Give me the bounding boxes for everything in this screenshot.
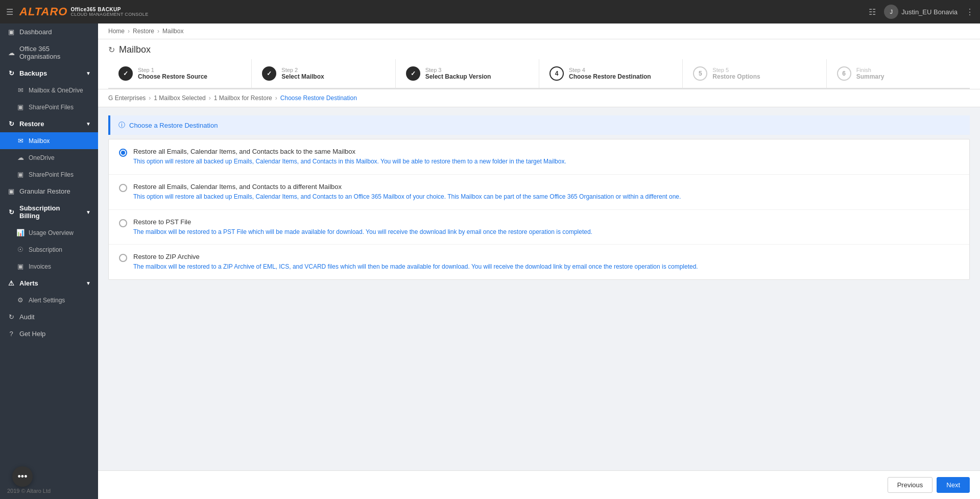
sidebar-item-office365[interactable]: ☁ Office 365 Organisations bbox=[0, 40, 98, 65]
sidebar-item-dashboard[interactable]: ▣ Dashboard bbox=[0, 23, 98, 40]
mailbox-onedrive-icon: ✉ bbox=[16, 86, 25, 94]
steps-bar: ✓ Step 1 Choose Restore Source ✓ Step 2 … bbox=[108, 59, 970, 89]
step-1-name: Choose Restore Source bbox=[138, 73, 207, 80]
option-different-mailbox-title: Restore all Emails, Calendar Items, and … bbox=[133, 183, 681, 191]
logo-office365: Office365 BACKUP bbox=[70, 7, 148, 12]
sidebar-item-onedrive[interactable]: ☁ OneDrive bbox=[0, 149, 98, 166]
sub-crumb-org: G Enterprises bbox=[108, 94, 146, 102]
sub-sep-1: › bbox=[149, 94, 151, 102]
option-different-mailbox-desc: This option will restore all backed up E… bbox=[133, 193, 681, 201]
breadcrumb-home[interactable]: Home bbox=[108, 28, 125, 35]
option-different-mailbox[interactable]: Restore all Emails, Calendar Items, and … bbox=[109, 175, 969, 210]
invoices-icon: ▣ bbox=[16, 263, 25, 270]
sidebar-item-mailbox[interactable]: ✉ Mailbox bbox=[0, 132, 98, 149]
sidebar-label-mailbox: Mailbox bbox=[29, 137, 50, 145]
logo-sub: Office365 BACKUP CLOUD MANAGEMENT CONSOL… bbox=[70, 7, 148, 17]
chat-bubble[interactable]: ••• bbox=[12, 466, 33, 487]
sidebar-item-usage-overview[interactable]: 📊 Usage Overview bbox=[0, 224, 98, 241]
sidebar-label-invoices: Invoices bbox=[29, 263, 51, 270]
hamburger-icon[interactable]: ☰ bbox=[6, 7, 13, 17]
backups-chevron-icon: ▼ bbox=[86, 70, 91, 76]
sharepoint-backup-icon: ▣ bbox=[16, 103, 25, 111]
apps-grid-icon[interactable]: ⋮ bbox=[966, 7, 974, 17]
page-title: Mailbox bbox=[119, 44, 151, 55]
sidebar-item-restore[interactable]: ↻ Restore ▼ bbox=[0, 115, 98, 132]
sidebar-footer: 2019 © Altaro Ltd bbox=[0, 483, 98, 499]
user-name: Justin_EU Bonavia bbox=[901, 8, 958, 16]
step-2-circle: ✓ bbox=[262, 66, 276, 81]
notifications-icon[interactable]: ☷ bbox=[869, 7, 876, 17]
radio-pst-file[interactable] bbox=[119, 219, 127, 227]
option-pst-file-title: Restore to PST File bbox=[133, 218, 592, 226]
info-icon: ⓘ bbox=[118, 121, 125, 130]
sidebar-label-sharepoint-restore: SharePoint Files bbox=[29, 171, 74, 178]
header-left: ☰ ALTARO Office365 BACKUP CLOUD MANAGEME… bbox=[6, 5, 148, 18]
mailbox-restore-icon: ✉ bbox=[16, 137, 25, 145]
step-3-name: Select Backup Version bbox=[425, 73, 491, 80]
logo-area: ALTARO Office365 BACKUP CLOUD MANAGEMENT… bbox=[19, 5, 148, 18]
step-3-text: Step 3 Select Backup Version bbox=[425, 67, 491, 80]
next-button[interactable]: Next bbox=[937, 477, 970, 493]
breadcrumb-mailbox: Mailbox bbox=[162, 28, 183, 35]
sidebar-item-sharepoint-backup[interactable]: ▣ SharePoint Files bbox=[0, 99, 98, 115]
audit-icon: ↻ bbox=[7, 313, 15, 321]
subscription-submenu: 📊 Usage Overview ☉ Subscription ▣ Invoic… bbox=[0, 224, 98, 275]
sidebar-item-get-help[interactable]: ? Get Help bbox=[0, 325, 98, 342]
back-icon[interactable]: ↻ bbox=[108, 45, 115, 55]
option-zip-archive-title: Restore to ZIP Archive bbox=[133, 253, 698, 260]
avatar: J bbox=[884, 5, 898, 19]
option-same-mailbox-content: Restore all Emails, Calendar Items, and … bbox=[133, 148, 566, 166]
option-different-mailbox-content: Restore all Emails, Calendar Items, and … bbox=[133, 183, 681, 201]
user-area[interactable]: J Justin_EU Bonavia bbox=[884, 5, 958, 19]
sidebar-item-mailbox-onedrive[interactable]: ✉ Mailbox & OneDrive bbox=[0, 82, 98, 99]
onedrive-icon: ☁ bbox=[16, 154, 25, 161]
page-title-row: ↻ Mailbox bbox=[108, 44, 970, 59]
previous-button[interactable]: Previous bbox=[888, 477, 933, 493]
sub-breadcrumb: G Enterprises › 1 Mailbox Selected › 1 M… bbox=[98, 89, 980, 107]
sidebar-item-alert-settings[interactable]: ⚙ Alert Settings bbox=[0, 292, 98, 308]
bottom-bar: Previous Next bbox=[98, 470, 980, 499]
sub-sep-2: › bbox=[209, 94, 211, 102]
step-5-name: Restore Options bbox=[712, 73, 760, 80]
option-same-mailbox[interactable]: Restore all Emails, Calendar Items, and … bbox=[109, 139, 969, 175]
step-2-name: Select Mailbox bbox=[281, 73, 324, 80]
section-header-text: Choose a Restore Destination bbox=[129, 122, 218, 129]
sidebar-item-subscription[interactable]: ☉ Subscription bbox=[0, 241, 98, 258]
subscription-billing-icon: ↻ bbox=[7, 208, 15, 216]
sidebar-label-backups: Backups bbox=[19, 69, 47, 77]
sidebar-label-subscription: Subscription bbox=[29, 246, 62, 253]
step-1-circle: ✓ bbox=[118, 66, 133, 81]
step-4-circle: 4 bbox=[549, 66, 564, 81]
breadcrumb-restore[interactable]: Restore bbox=[133, 28, 154, 35]
option-pst-file[interactable]: Restore to PST File The mailbox will be … bbox=[109, 210, 969, 245]
logo-console: CLOUD MANAGEMENT CONSOLE bbox=[70, 12, 148, 17]
backups-submenu: ✉ Mailbox & OneDrive ▣ SharePoint Files bbox=[0, 82, 98, 115]
sidebar-item-audit[interactable]: ↻ Audit bbox=[0, 308, 98, 325]
step-3-circle: ✓ bbox=[406, 66, 420, 81]
sidebar: ▣ Dashboard ☁ Office 365 Organisations ↻… bbox=[0, 23, 98, 499]
cloud-icon: ☁ bbox=[7, 49, 15, 57]
chat-icon: ••• bbox=[18, 471, 28, 482]
step-6-circle: 6 bbox=[837, 66, 851, 81]
sidebar-item-alerts[interactable]: ⚠ Alerts ▼ bbox=[0, 275, 98, 292]
sub-crumb-selected: 1 Mailbox Selected bbox=[154, 94, 205, 102]
radio-different-mailbox[interactable] bbox=[119, 184, 127, 192]
option-zip-archive[interactable]: Restore to ZIP Archive The mailbox will … bbox=[109, 245, 969, 279]
radio-same-mailbox[interactable] bbox=[119, 149, 127, 157]
breadcrumb-sep-1: › bbox=[128, 28, 130, 35]
help-icon: ? bbox=[7, 330, 15, 338]
sidebar-item-sharepoint-restore[interactable]: ▣ SharePoint Files bbox=[0, 166, 98, 183]
sidebar-item-subscription-billing[interactable]: ↻ Subscription Billing ▼ bbox=[0, 200, 98, 224]
restore-icon: ↻ bbox=[7, 120, 15, 128]
option-same-mailbox-desc: This option will restore all backed up E… bbox=[133, 157, 566, 166]
alerts-chevron-icon: ▼ bbox=[86, 280, 91, 286]
step-6-text: Finish Summary bbox=[856, 67, 885, 80]
alerts-icon: ⚠ bbox=[7, 279, 15, 287]
sub-crumb-for-restore: 1 Mailbox for Restore bbox=[214, 94, 272, 102]
sidebar-item-invoices[interactable]: ▣ Invoices bbox=[0, 258, 98, 275]
sidebar-item-backups[interactable]: ↻ Backups ▼ bbox=[0, 65, 98, 82]
backups-icon: ↻ bbox=[7, 69, 15, 77]
restore-chevron-icon: ▼ bbox=[86, 121, 91, 127]
sidebar-item-granular-restore[interactable]: ▣ Granular Restore bbox=[0, 183, 98, 200]
radio-zip-archive[interactable] bbox=[119, 254, 127, 262]
